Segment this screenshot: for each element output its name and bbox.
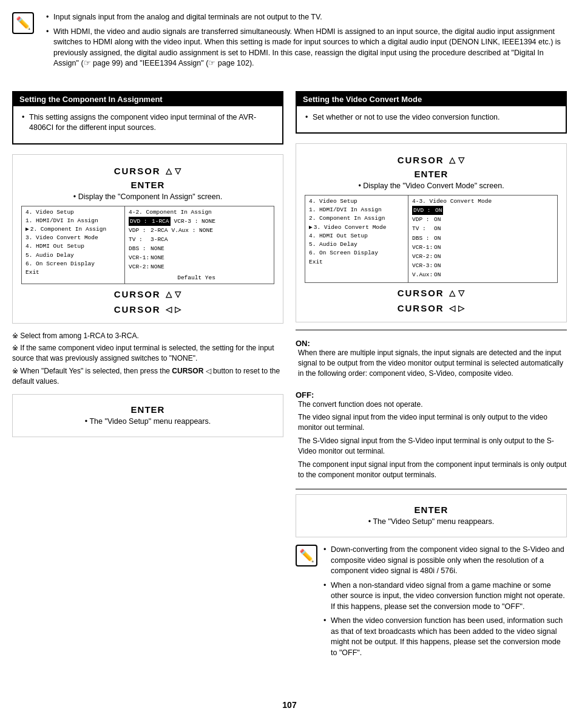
cursor-leftright-r1: CURSOR ◁ ▷: [305, 303, 558, 313]
off-desc-4: The component input signal input from th…: [296, 460, 567, 481]
cursor-updown-r1: CURSOR △ ▽: [305, 155, 558, 165]
top-note-1: Input signals input from the analog and …: [46, 12, 567, 23]
cursor-updown-r2: CURSOR △ ▽: [305, 288, 558, 298]
right-column: Setting the Video Convert Mode Set wheth…: [296, 81, 567, 689]
bottom-note-1: Down-converting from the component video…: [323, 545, 567, 577]
screen-right-values: 4-2. Component In Assign DVD : 1-RCA VCR…: [125, 206, 219, 284]
video-convert-section: Setting the Video Convert Mode Set wheth…: [296, 91, 567, 134]
off-section: OFF: The convert function does not opera…: [296, 387, 567, 485]
cursor-leftright-1: CURSOR ◁ ▷: [21, 304, 274, 315]
off-desc-1: The convert function does not operate.: [296, 400, 567, 410]
off-label: OFF:: [296, 390, 567, 400]
on-desc: When there are multiple input signals, t…: [296, 348, 567, 379]
off-desc-3: The S-Video signal input from the S-Vide…: [296, 436, 567, 457]
top-notes: Input signals input from the analog and …: [46, 12, 567, 73]
enter-desc-r2: • The "Video Setup" menu reappears.: [305, 517, 558, 526]
on-label: ON:: [296, 339, 567, 348]
component-assignment-title: Setting the Component In Assignment: [13, 92, 282, 106]
enter-desc-2: • The "Video Setup" menu reappears.: [21, 417, 274, 426]
note-icon: ✏️: [12, 12, 34, 34]
video-convert-title: Setting the Video Convert Mode: [297, 92, 566, 106]
on-section: ON: When there are multiple input signal…: [296, 335, 567, 387]
screen-component-in-assign: 4. Video Setup 1. HDMI/DVI In Assign 2. …: [21, 206, 274, 284]
sub-note-2: If the same component video input termin…: [12, 343, 283, 364]
enter-label-1: ENTER: [21, 180, 274, 190]
cursor-updown-1: CURSOR △ ▽: [21, 166, 274, 176]
bottom-note-2: When a non-standard video signal from a …: [323, 580, 567, 613]
screen-video-convert: 4. Video Setup 1. HDMI/DVI In Assign 2. …: [305, 195, 558, 283]
screen-right-convert-values: 4-3. Video Convert Mode DVD : ON VDP :ON…: [408, 196, 495, 282]
page-number: 107: [12, 700, 567, 716]
enter-desc-1: • Display the "Component In Assign" scre…: [21, 192, 274, 201]
off-desc-2: The video signal input from the video in…: [296, 412, 567, 434]
sub-note-3: ※ When "Default Yes" is selected, then p…: [12, 366, 283, 387]
enter-label-r1: ENTER: [305, 169, 558, 179]
screen-left-menu-r: 4. Video Setup 1. HDMI/DVI In Assign 2. …: [305, 196, 408, 282]
video-convert-intro: Set whether or not to use the video conv…: [305, 112, 557, 123]
sub-note-1: Select from among 1-RCA to 3-RCA.: [12, 331, 283, 341]
sub-notes: Select from among 1-RCA to 3-RCA. If the…: [12, 331, 283, 387]
video-convert-body: Set whether or not to use the video conv…: [297, 106, 566, 133]
top-note-2: With HDMI, the video and audio signals a…: [46, 27, 567, 69]
cursor-updown-2: CURSOR △ ▽: [21, 289, 274, 299]
enter-label-2: ENTER: [21, 404, 274, 415]
enter-desc-r1: • Display the "Video Convert Mode" scree…: [305, 182, 558, 190]
component-assignment-intro: This setting assigns the component video…: [22, 112, 274, 134]
screen-left-menu: 4. Video Setup 1. HDMI/DVI In Assign 2. …: [22, 206, 125, 284]
bottom-note-3: When the video conversion function has b…: [323, 616, 567, 658]
note-icon-r: ✏️: [296, 545, 317, 566]
page: ✏️ Input signals input from the analog a…: [0, 0, 579, 728]
enter-label-r2: ENTER: [305, 505, 558, 515]
component-assignment-body: This setting assigns the component video…: [13, 106, 282, 143]
component-assignment-section: Setting the Component In Assignment This…: [12, 91, 283, 145]
bottom-notes: Down-converting from the component video…: [323, 545, 567, 662]
left-column: Setting the Component In Assignment This…: [12, 81, 283, 689]
